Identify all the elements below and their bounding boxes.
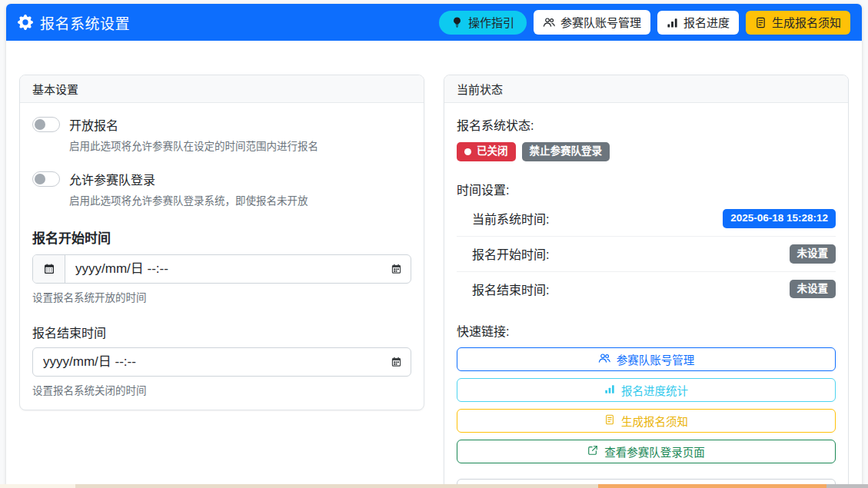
- open-registration-row: 开放报名: [32, 115, 411, 134]
- lightbulb-icon: [451, 17, 463, 28]
- current-status-card-header: 当前状态: [444, 75, 848, 103]
- quick-link-team-accounts[interactable]: 参赛队账号管理: [457, 347, 836, 371]
- allow-login-group: 允许参赛队登录 启用此选项将允许参赛队登录系统，即使报名未开放: [32, 170, 411, 207]
- current-status-card: 当前状态 报名系统状态: 已关闭 禁止参赛队登录 时间设置: 当前系统时间: 2…: [444, 75, 849, 488]
- open-registration-label: 开放报名: [69, 115, 118, 134]
- open-registration-toggle[interactable]: [32, 117, 60, 132]
- app-container: 报名系统设置 操作指引 参赛队账号管理 报名进度: [6, 4, 862, 488]
- start-time-status-row: 报名开始时间: 未设置: [457, 237, 836, 272]
- basic-settings-card-body: 开放报名 启用此选项将允许参赛队在设定的时间范围内进行报名 允许参赛队登录 启用…: [20, 103, 424, 410]
- start-time-heading: 报名开始时间: [32, 227, 411, 247]
- cutoff-segment-1: [0, 484, 75, 488]
- open-registration-group: 开放报名 启用此选项将允许参赛队在设定的时间范围内进行报名: [32, 115, 411, 153]
- guide-button-label: 操作指引: [468, 17, 514, 28]
- progress-button-label: 报名进度: [683, 17, 730, 28]
- allow-login-description: 启用此选项将允许参赛队登录系统，即使报名未开放: [69, 192, 411, 207]
- basic-settings-card-header: 基本设置: [20, 75, 424, 103]
- file-text-icon: [755, 17, 767, 28]
- time-settings-list: 当前系统时间: 2025-06-18 15:28:12 报名开始时间: 未设置 …: [457, 201, 836, 307]
- status-login-forbidden-badge: 禁止参赛队登录: [522, 142, 610, 161]
- guide-button[interactable]: 操作指引: [439, 11, 527, 35]
- end-time-field-wrap: [32, 347, 411, 377]
- end-time-status-row: 报名结束时间: 未设置: [457, 272, 836, 307]
- bar-chart-icon: [667, 17, 678, 28]
- cutoff-segment-4: [826, 484, 868, 488]
- status-badges: 已关闭 禁止参赛队登录: [457, 142, 836, 161]
- status-closed-badge: 已关闭: [457, 142, 516, 161]
- start-time-help: 设置报名系统开放的时间: [32, 289, 411, 304]
- team-accounts-button[interactable]: 参赛队账号管理: [534, 10, 650, 35]
- generate-notice-button[interactable]: 生成报名须知: [746, 11, 850, 35]
- end-time-label: 报名结束时间: [32, 323, 411, 341]
- progress-button[interactable]: 报名进度: [657, 11, 739, 35]
- quick-link-generate-notice[interactable]: 生成报名须知: [457, 409, 836, 433]
- start-time-picker-icon[interactable]: [391, 264, 402, 275]
- start-time-input-group: [32, 254, 411, 284]
- quick-links: 参赛队账号管理 报名进度统计 生成报名须知: [457, 347, 836, 463]
- status-dot-icon: [464, 148, 471, 155]
- cutoff-segment-3: [598, 484, 826, 488]
- start-time-input[interactable]: [65, 255, 411, 283]
- end-time-input[interactable]: [33, 348, 411, 376]
- current-status-title: 当前状态: [457, 83, 503, 96]
- end-time-status-badge: 未设置: [790, 280, 836, 299]
- quick-link-generate-notice-label: 生成报名须知: [621, 413, 688, 429]
- end-time-help: 设置报名系统关闭的时间: [32, 382, 411, 397]
- open-registration-description: 启用此选项将允许参赛队在设定的时间范围内进行报名: [69, 138, 411, 153]
- main-content: 基本设置 开放报名 启用此选项将允许参赛队在设定的时间范围内进行报名 允许参赛队…: [6, 41, 862, 488]
- quick-links-label: 快速链接:: [457, 321, 836, 340]
- allow-login-row: 允许参赛队登录: [32, 170, 411, 188]
- basic-settings-card: 基本设置 开放报名 启用此选项将允许参赛队在设定的时间范围内进行报名 允许参赛队…: [19, 75, 424, 410]
- calendar-addon-icon: [33, 255, 65, 283]
- gear-icon: [18, 15, 33, 30]
- file-text-icon: [604, 414, 615, 427]
- quick-link-progress-stats-label: 报名进度统计: [621, 382, 688, 398]
- page-title: 报名系统设置: [40, 12, 130, 33]
- current-status-card-body: 报名系统状态: 已关闭 禁止参赛队登录 时间设置: 当前系统时间: 2025-0…: [444, 103, 848, 488]
- current-system-time-row: 当前系统时间: 2025-06-18 15:28:12: [457, 201, 836, 237]
- cutoff-segment-2: [75, 484, 598, 488]
- header-actions: 操作指引 参赛队账号管理 报名进度 生成报名须知: [439, 10, 850, 35]
- end-time-picker-icon[interactable]: [391, 357, 402, 368]
- external-link-icon: [587, 445, 598, 458]
- generate-notice-button-label: 生成报名须知: [772, 17, 841, 28]
- quick-link-team-accounts-label: 参赛队账号管理: [617, 351, 695, 367]
- cutoff-next-section: [0, 484, 868, 488]
- people-icon: [543, 16, 555, 28]
- start-time-status-label: 报名开始时间:: [472, 244, 549, 263]
- quick-link-view-login-page-label: 查看参赛队登录页面: [604, 443, 705, 460]
- allow-login-label: 允许参赛队登录: [69, 170, 155, 188]
- time-settings-label: 时间设置:: [457, 180, 836, 198]
- allow-login-toggle[interactable]: [32, 171, 60, 187]
- current-system-time-badge: 2025-06-18 15:28:12: [723, 209, 836, 228]
- quick-link-view-login-page[interactable]: 查看参赛队登录页面: [457, 440, 836, 463]
- status-closed-label: 已关闭: [477, 146, 508, 158]
- system-status-label: 报名系统状态:: [457, 115, 836, 134]
- start-time-status-badge: 未设置: [790, 244, 836, 264]
- people-icon: [598, 352, 610, 367]
- start-time-field-wrap: [65, 255, 411, 283]
- team-accounts-button-label: 参赛队账号管理: [560, 17, 641, 28]
- quick-link-progress-stats[interactable]: 报名进度统计: [457, 378, 836, 402]
- page-title-group: 报名系统设置: [18, 12, 130, 33]
- end-time-status-label: 报名结束时间:: [472, 280, 549, 298]
- bar-chart-icon: [604, 383, 615, 397]
- basic-settings-title: 基本设置: [32, 83, 78, 96]
- app-header: 报名系统设置 操作指引 参赛队账号管理 报名进度: [6, 4, 862, 41]
- current-system-time-label: 当前系统时间:: [472, 209, 549, 227]
